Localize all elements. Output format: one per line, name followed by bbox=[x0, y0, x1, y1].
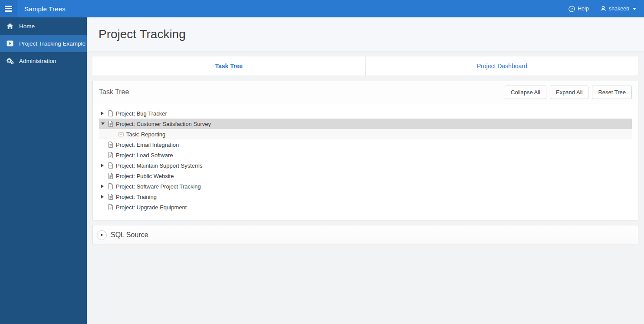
expand-arrow-icon[interactable] bbox=[101, 112, 108, 115]
reset-tree-button[interactable]: Reset Tree bbox=[592, 86, 632, 99]
sidebar-nav: Home Project Tracking Example Administra… bbox=[0, 17, 87, 324]
page-title: Project Tracking bbox=[99, 27, 186, 41]
top-navigation-bar: Sample Trees ? Help shakeeb bbox=[0, 0, 644, 17]
user-icon bbox=[600, 6, 606, 12]
sql-source-title: SQL Source bbox=[111, 231, 148, 239]
sidebar-item-home[interactable]: Home bbox=[0, 17, 87, 35]
username: shakeeb bbox=[609, 6, 629, 12]
tree-node[interactable]: Project: Training bbox=[99, 192, 632, 202]
document-icon bbox=[108, 194, 113, 200]
sidebar-toggle-button[interactable] bbox=[0, 0, 17, 17]
sidebar-item-administration[interactable]: Administration bbox=[0, 52, 87, 69]
chevron-down-icon bbox=[633, 8, 636, 10]
tree-node-label: Project: Software Project Tracking bbox=[116, 183, 201, 190]
help-link[interactable]: ? Help bbox=[568, 6, 589, 12]
task-tree: Project: Bug Tracker Project: Customer S… bbox=[93, 103, 638, 220]
region-buttons: Collapse All Expand All Reset Tree bbox=[505, 86, 632, 99]
home-icon bbox=[6, 23, 14, 30]
tree-node-label: Project: Maintain Support Systems bbox=[116, 162, 202, 169]
document-icon bbox=[108, 110, 113, 116]
sidebar-item-label: Administration bbox=[19, 58, 56, 64]
expand-arrow-icon[interactable] bbox=[101, 164, 108, 167]
tree-node[interactable]: Project: Email Integration bbox=[99, 139, 632, 150]
expand-arrow-icon[interactable] bbox=[101, 185, 108, 188]
tree-node-label: Task: Reporting bbox=[126, 131, 165, 138]
tree-node-label: Project: Upgrade Equipment bbox=[116, 204, 187, 211]
tree-node[interactable]: Project: Maintain Support Systems bbox=[99, 160, 632, 171]
play-square-icon bbox=[6, 40, 14, 47]
document-icon bbox=[108, 204, 113, 210]
tab-project-dashboard[interactable]: Project Dashboard bbox=[365, 56, 639, 76]
tree-node[interactable]: Task: Reporting bbox=[99, 129, 632, 139]
user-menu[interactable]: shakeeb bbox=[600, 6, 636, 12]
tree-node-label: Project: Email Integration bbox=[116, 142, 179, 148]
document-icon bbox=[108, 183, 113, 189]
task-tree-region: Task Tree Collapse All Expand All Reset … bbox=[92, 81, 638, 220]
region-tabs: Task Tree Project Dashboard bbox=[92, 56, 638, 76]
tree-node[interactable]: Project: Upgrade Equipment bbox=[99, 202, 632, 212]
tree-node-label: Project: Customer Satisfaction Survey bbox=[116, 121, 211, 127]
tree-node[interactable]: Project: Public Website bbox=[99, 171, 632, 181]
expand-arrow-icon[interactable] bbox=[101, 195, 108, 198]
tree-node-label: Project: Public Website bbox=[116, 173, 174, 179]
tab-task-tree[interactable]: Task Tree bbox=[92, 56, 365, 76]
tree-node[interactable]: Project: Software Project Tracking bbox=[99, 181, 632, 192]
hamburger-icon bbox=[5, 6, 12, 12]
topbar-actions: ? Help shakeeb bbox=[568, 0, 644, 17]
document-icon bbox=[108, 121, 113, 127]
expand-region-button[interactable] bbox=[97, 230, 107, 240]
expand-arrow-icon bbox=[101, 233, 103, 236]
tree-node[interactable]: Project: Load Software bbox=[99, 150, 632, 160]
sql-source-region: SQL Source bbox=[92, 225, 638, 245]
main-content: Project Tracking Task Tree Project Dashb… bbox=[87, 17, 644, 324]
app-title: Sample Trees bbox=[17, 0, 66, 17]
sidebar-item-label: Home bbox=[19, 23, 35, 30]
region-title: Task Tree bbox=[99, 88, 129, 96]
tree-node-label: Project: Bug Tracker bbox=[116, 110, 167, 117]
task-tree-region-header: Task Tree Collapse All Expand All Reset … bbox=[93, 81, 638, 103]
tree-node-label: Project: Load Software bbox=[116, 152, 173, 159]
collapse-all-button[interactable]: Collapse All bbox=[505, 86, 546, 99]
collapse-arrow-icon[interactable] bbox=[101, 122, 108, 125]
sidebar-item-label: Project Tracking Example bbox=[19, 40, 85, 47]
page-header: Project Tracking bbox=[87, 17, 644, 51]
document-icon bbox=[108, 173, 113, 179]
tree-node-selected[interactable]: Project: Customer Satisfaction Survey bbox=[99, 119, 632, 129]
help-label: Help bbox=[578, 6, 589, 12]
help-icon: ? bbox=[568, 6, 575, 12]
svg-text:?: ? bbox=[571, 7, 573, 11]
tree-node[interactable]: Project: Bug Tracker bbox=[99, 108, 632, 119]
document-icon bbox=[108, 142, 113, 148]
gears-icon bbox=[6, 57, 14, 64]
document-icon bbox=[108, 162, 113, 169]
sidebar-item-project-tracking-example[interactable]: Project Tracking Example bbox=[0, 35, 87, 52]
tree-node-label: Project: Training bbox=[116, 194, 157, 200]
task-icon bbox=[118, 132, 124, 137]
expand-all-button[interactable]: Expand All bbox=[550, 86, 588, 99]
document-icon bbox=[108, 152, 113, 158]
